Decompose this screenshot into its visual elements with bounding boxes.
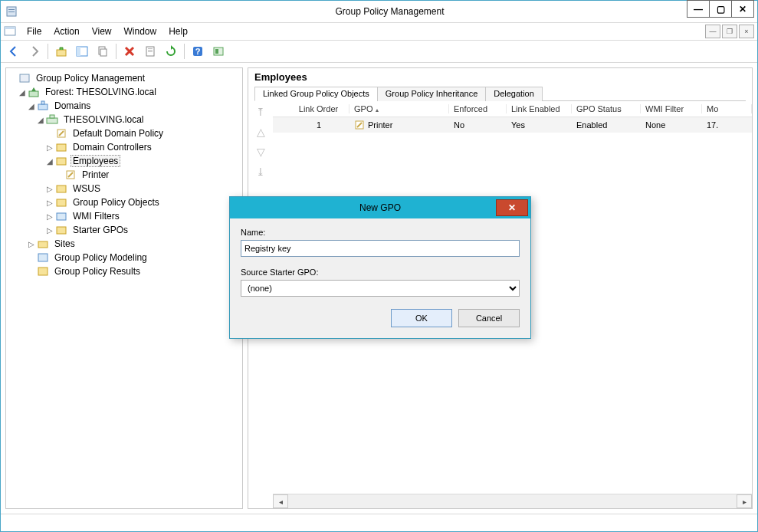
svg-rect-21 bbox=[41, 101, 44, 104]
domains-icon bbox=[37, 100, 49, 112]
scroll-track[interactable] bbox=[288, 495, 737, 507]
twisty-icon[interactable]: ▷ bbox=[44, 226, 55, 235]
tree-forest[interactable]: ◢ Forest: THESOLVING.local bbox=[8, 85, 241, 99]
tree-wsus[interactable]: ▷ WSUS bbox=[8, 182, 241, 195]
tree-label: Starter GPOs bbox=[71, 225, 130, 235]
forward-button[interactable] bbox=[25, 41, 44, 61]
twisty-icon[interactable]: ◢ bbox=[35, 116, 46, 124]
cancel-button[interactable]: Cancel bbox=[458, 309, 520, 327]
dialog-titlebar[interactable]: New GPO ✕ bbox=[230, 197, 530, 218]
twisty-icon[interactable]: ◢ bbox=[44, 157, 55, 166]
back-button[interactable] bbox=[4, 41, 24, 61]
tree-label: Printer bbox=[80, 169, 111, 180]
move-top-icon[interactable]: ⤒ bbox=[256, 106, 265, 118]
tree-domains[interactable]: ◢ Domains bbox=[8, 99, 241, 113]
table-row[interactable]: 1 Printer No Yes Enabled None 17. bbox=[273, 117, 752, 133]
tree-domain-controllers[interactable]: ▷ Domain Controllers bbox=[8, 140, 241, 154]
svg-rect-22 bbox=[47, 118, 57, 123]
tab-linked-gpo[interactable]: Linked Group Policy Objects bbox=[254, 87, 378, 101]
col-gpo-status[interactable]: GPO Status bbox=[572, 104, 641, 113]
tree-results[interactable]: Group Policy Results bbox=[8, 264, 241, 278]
scroll-right-button[interactable]: ▸ bbox=[737, 494, 752, 508]
menu-view[interactable]: View bbox=[86, 25, 118, 38]
menu-file[interactable]: File bbox=[21, 25, 48, 38]
svg-rect-12 bbox=[148, 50, 153, 51]
col-link-order[interactable]: Link Order bbox=[288, 104, 349, 113]
menu-action[interactable]: Action bbox=[48, 25, 85, 38]
svg-rect-31 bbox=[57, 227, 66, 234]
tree-label: Forest: THESOLVING.local bbox=[43, 87, 159, 97]
ou-icon bbox=[55, 141, 67, 153]
app-window: Group Policy Management — ▢ ✕ File Actio… bbox=[0, 0, 758, 532]
name-input[interactable] bbox=[241, 240, 520, 257]
tree-root[interactable]: Group Policy Management bbox=[8, 71, 241, 85]
tree-modeling[interactable]: Group Policy Modeling bbox=[8, 251, 241, 264]
twisty-icon[interactable]: ◢ bbox=[17, 88, 28, 97]
svg-text:?: ? bbox=[195, 47, 201, 56]
tree-gpo[interactable]: ▷ Group Policy Objects bbox=[8, 195, 241, 209]
twisty-icon[interactable]: ▷ bbox=[44, 143, 55, 152]
up-button[interactable] bbox=[51, 41, 71, 61]
col-wmi[interactable]: WMI Filter bbox=[641, 104, 702, 113]
cell-modified: 17. bbox=[702, 120, 752, 130]
toolbar: ? bbox=[1, 41, 757, 63]
window-title: Group Policy Management bbox=[22, 6, 757, 17]
tree-printer[interactable]: Printer bbox=[8, 168, 241, 182]
tree-label: WSUS bbox=[71, 183, 103, 194]
horizontal-scrollbar[interactable]: ◂ ▸ bbox=[273, 494, 752, 508]
tree-starter[interactable]: ▷ Starter GPOs bbox=[8, 223, 241, 237]
tab-inheritance[interactable]: Group Policy Inheritance bbox=[377, 87, 486, 101]
ok-button[interactable]: OK bbox=[391, 309, 452, 327]
tree-domain[interactable]: ◢ THESOLVING.local bbox=[8, 113, 241, 126]
col-link-enabled[interactable]: Link Enabled bbox=[507, 104, 572, 113]
refresh-button[interactable] bbox=[161, 41, 181, 61]
mdi-restore[interactable]: ❐ bbox=[722, 25, 737, 38]
close-button[interactable]: ✕ bbox=[731, 0, 754, 18]
results-icon bbox=[37, 265, 49, 277]
properties-button[interactable] bbox=[140, 41, 160, 61]
twisty-icon[interactable]: ▷ bbox=[26, 240, 37, 248]
wmi-icon bbox=[55, 210, 67, 222]
tree-employees[interactable]: ◢ Employees bbox=[8, 154, 241, 168]
menu-window[interactable]: Window bbox=[118, 25, 163, 38]
options-button[interactable] bbox=[208, 41, 228, 61]
menubar: File Action View Window Help — ❐ × bbox=[1, 23, 757, 41]
svg-rect-28 bbox=[57, 186, 66, 192]
move-down-icon[interactable]: ▽ bbox=[257, 146, 265, 158]
maximize-button[interactable]: ▢ bbox=[709, 0, 732, 18]
copy-button[interactable] bbox=[93, 41, 113, 61]
tab-delegation[interactable]: Delegation bbox=[485, 87, 543, 101]
scroll-left-button[interactable]: ◂ bbox=[273, 494, 288, 508]
tree-sites[interactable]: ▷ Sites bbox=[8, 237, 241, 251]
show-hide-tree-button[interactable] bbox=[72, 41, 92, 61]
move-bottom-icon[interactable]: ⤓ bbox=[256, 166, 265, 178]
tree-wmi[interactable]: ▷ WMI Filters bbox=[8, 209, 241, 223]
col-gpo[interactable]: GPO▴ bbox=[349, 104, 449, 113]
minimize-button[interactable]: — bbox=[687, 0, 710, 18]
app-icon bbox=[5, 5, 18, 18]
dialog-close-button[interactable]: ✕ bbox=[496, 199, 528, 216]
tree-default-domain-policy[interactable]: Default Domain Policy bbox=[8, 126, 241, 140]
twisty-icon[interactable]: ▷ bbox=[44, 199, 55, 207]
mdi-close[interactable]: × bbox=[739, 25, 754, 38]
twisty-icon[interactable] bbox=[8, 74, 18, 83]
mdi-minimize[interactable]: — bbox=[705, 25, 720, 38]
tree-pane[interactable]: Group Policy Management ◢ Forest: THESOL… bbox=[5, 67, 243, 509]
window-buttons: — ▢ ✕ bbox=[687, 0, 754, 18]
menu-help[interactable]: Help bbox=[162, 25, 194, 38]
cell-gpo-text: Printer bbox=[368, 120, 392, 130]
help-button[interactable]: ? bbox=[188, 41, 208, 61]
new-gpo-dialog: New GPO ✕ Name: Source Starter GPO: (non… bbox=[229, 196, 531, 339]
source-starter-select[interactable]: (none) bbox=[241, 280, 520, 297]
twisty-spacer bbox=[26, 268, 37, 276]
col-enforced[interactable]: Enforced bbox=[449, 104, 507, 113]
twisty-icon[interactable]: ▷ bbox=[44, 212, 55, 221]
mdi-buttons: — ❐ × bbox=[704, 25, 754, 38]
col-modified[interactable]: Mo bbox=[702, 104, 752, 113]
move-up-icon[interactable]: △ bbox=[257, 126, 265, 138]
dialog-title: New GPO bbox=[230, 202, 530, 213]
gpo-link-icon bbox=[354, 120, 365, 130]
twisty-icon[interactable]: ▷ bbox=[44, 185, 55, 193]
twisty-icon[interactable]: ◢ bbox=[26, 102, 37, 110]
delete-button[interactable] bbox=[120, 41, 139, 61]
